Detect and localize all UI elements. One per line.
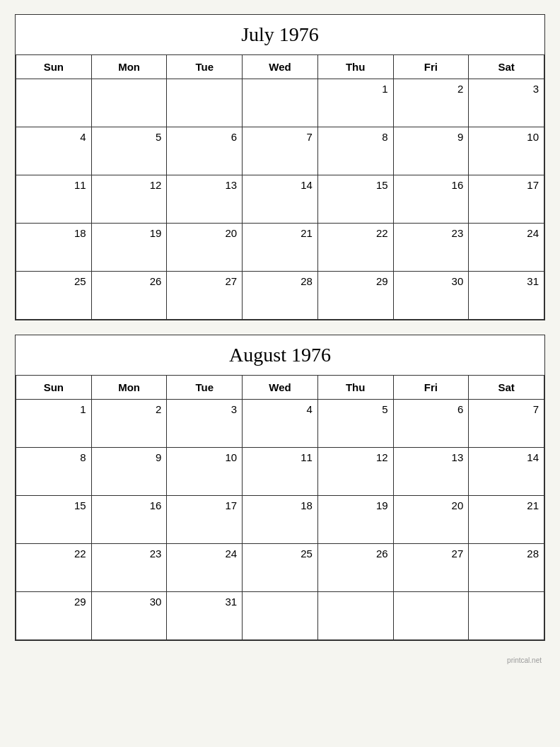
day-cell: 15: [16, 496, 92, 544]
day-cell: 21: [243, 224, 318, 272]
day-cell: [167, 79, 243, 127]
day-cell: 13: [394, 448, 469, 496]
day-header-wed: Wed: [243, 376, 318, 400]
day-cell: [92, 79, 168, 127]
day-cell: 20: [167, 224, 243, 272]
day-cell: 25: [243, 544, 318, 592]
day-cell: 17: [469, 175, 544, 224]
day-cell: [16, 79, 92, 127]
day-header-mon: Mon: [92, 376, 168, 400]
day-cell: 3: [167, 400, 243, 448]
day-cell: 7: [243, 127, 318, 175]
day-cell: [318, 592, 394, 640]
day-header-thu: Thu: [318, 376, 394, 400]
day-cell: 5: [318, 400, 394, 448]
calendar-grid-august-1976: SunMonTueWedThuFriSat1234567891011121314…: [16, 376, 544, 640]
day-cell: 1: [16, 400, 92, 448]
calendar-august-1976: August 1976SunMonTueWedThuFriSat12345678…: [15, 335, 545, 641]
day-header-sat: Sat: [469, 376, 544, 400]
day-cell: 16: [394, 175, 469, 224]
day-cell: 12: [318, 448, 394, 496]
day-cell: 22: [318, 224, 394, 272]
day-cell: 11: [243, 448, 318, 496]
day-cell: [243, 592, 318, 640]
day-cell: 13: [167, 175, 243, 224]
day-header-thu: Thu: [318, 55, 394, 79]
day-cell: 6: [394, 400, 469, 448]
day-cell: 16: [92, 496, 168, 544]
day-cell: 8: [318, 127, 394, 175]
day-cell: 26: [92, 272, 168, 320]
day-cell: 23: [394, 224, 469, 272]
day-header-tue: Tue: [167, 376, 243, 400]
day-cell: 19: [318, 496, 394, 544]
day-cell: 20: [394, 496, 469, 544]
day-cell: 1: [318, 79, 394, 127]
day-cell: 10: [469, 127, 544, 175]
day-cell: 4: [243, 400, 318, 448]
watermark: printcal.net: [15, 655, 545, 666]
day-cell: 29: [318, 272, 394, 320]
day-header-fri: Fri: [394, 376, 469, 400]
day-cell: 19: [92, 224, 168, 272]
day-cell: 27: [167, 272, 243, 320]
day-cell: 6: [167, 127, 243, 175]
day-cell: 15: [318, 175, 394, 224]
day-cell: 28: [243, 272, 318, 320]
day-cell: [394, 592, 469, 640]
day-header-fri: Fri: [394, 55, 469, 79]
day-cell: 30: [92, 592, 168, 640]
day-cell: 24: [167, 544, 243, 592]
day-cell: 26: [318, 544, 394, 592]
calendar-grid-july-1976: SunMonTueWedThuFriSat1234567891011121314…: [16, 55, 544, 320]
day-cell: 9: [394, 127, 469, 175]
calendar-title-july-1976: July 1976: [16, 15, 544, 55]
day-header-sat: Sat: [469, 55, 544, 79]
day-cell: 14: [469, 448, 544, 496]
day-cell: 18: [243, 496, 318, 544]
day-cell: 23: [92, 544, 168, 592]
day-cell: 14: [243, 175, 318, 224]
calendars-container: July 1976SunMonTueWedThuFriSat1234567891…: [15, 14, 545, 641]
calendar-july-1976: July 1976SunMonTueWedThuFriSat1234567891…: [15, 14, 545, 320]
day-cell: 30: [394, 272, 469, 320]
day-header-mon: Mon: [92, 55, 168, 79]
day-cell: 11: [16, 175, 92, 224]
day-cell: 22: [16, 544, 92, 592]
day-cell: 10: [167, 448, 243, 496]
day-cell: 21: [469, 496, 544, 544]
day-cell: 3: [469, 79, 544, 127]
day-cell: 2: [394, 79, 469, 127]
day-cell: 18: [16, 224, 92, 272]
day-cell: 29: [16, 592, 92, 640]
day-cell: 7: [469, 400, 544, 448]
day-cell: 28: [469, 544, 544, 592]
day-cell: 27: [394, 544, 469, 592]
day-cell: 5: [92, 127, 168, 175]
day-header-sun: Sun: [16, 55, 92, 79]
day-cell: 25: [16, 272, 92, 320]
calendar-title-august-1976: August 1976: [16, 335, 544, 376]
day-cell: 31: [167, 592, 243, 640]
day-cell: 12: [92, 175, 168, 224]
day-cell: 31: [469, 272, 544, 320]
day-cell: 4: [16, 127, 92, 175]
day-cell: 2: [92, 400, 168, 448]
day-cell: 8: [16, 448, 92, 496]
day-cell: [469, 592, 544, 640]
day-header-sun: Sun: [16, 376, 92, 400]
day-header-wed: Wed: [243, 55, 318, 79]
day-cell: 17: [167, 496, 243, 544]
day-cell: [243, 79, 318, 127]
day-cell: 24: [469, 224, 544, 272]
day-header-tue: Tue: [167, 55, 243, 79]
day-cell: 9: [92, 448, 168, 496]
